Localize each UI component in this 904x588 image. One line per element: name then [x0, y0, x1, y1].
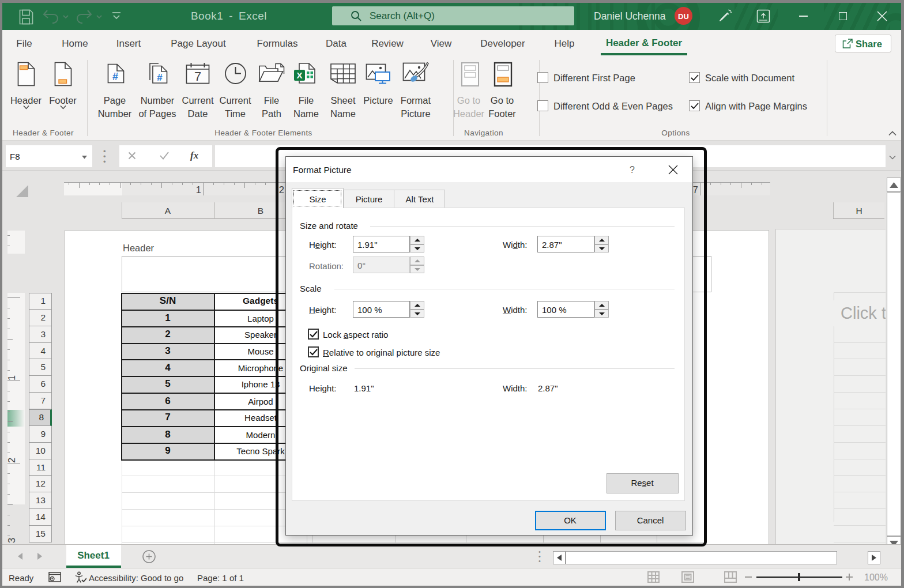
svg-text:7: 7 — [194, 69, 201, 84]
svg-text:X: X — [296, 70, 302, 80]
svg-text:#: # — [157, 72, 163, 83]
svg-text:#: # — [112, 71, 118, 82]
